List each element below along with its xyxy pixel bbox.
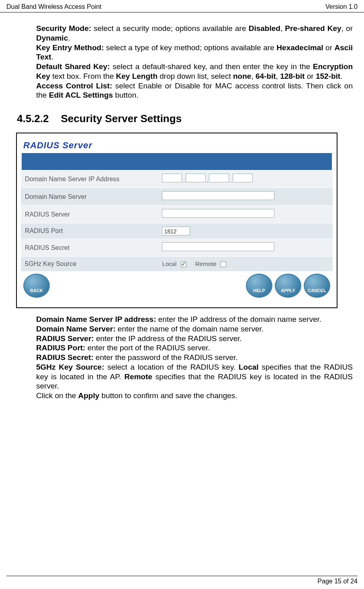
- section-title: Security Server Settings: [61, 112, 182, 125]
- label: RADIUS Port:: [36, 344, 85, 352]
- label-radius-port: RADIUS Port: [21, 223, 158, 239]
- row-dns-ip: Domain Name Server IP Address ...: [21, 170, 333, 188]
- text: .: [68, 34, 70, 42]
- button-row: BACK HELP APPLY CANCEL: [21, 271, 333, 298]
- para-security-mode: Security Mode: select a security mode; o…: [36, 24, 353, 43]
- para-dns-ip: Domain Name Server IP address: enter the…: [36, 315, 353, 324]
- text: or: [305, 72, 315, 80]
- local-label: Local: [162, 260, 176, 267]
- label: Default Shared Key:: [36, 62, 110, 71]
- row-dns: Domain Name Server: [21, 188, 333, 206]
- row-key-source: 5GHz Key Source Local Remote: [21, 257, 333, 272]
- dns-ip-octet-4[interactable]: [233, 174, 253, 182]
- opt: Disabled: [249, 24, 280, 33]
- opt: none: [233, 72, 251, 80]
- radius-secret-input[interactable]: [162, 242, 274, 251]
- label: Domain Name Server IP address:: [36, 315, 156, 323]
- value-dns-ip: ...: [158, 170, 333, 188]
- label-dns: Domain Name Server: [21, 188, 158, 206]
- label: Domain Name Server:: [36, 325, 115, 333]
- dns-ip-octet-3[interactable]: [209, 174, 229, 182]
- header-right: Version 1.0: [325, 3, 358, 10]
- radius-title: RADIUS Server: [23, 140, 333, 151]
- dot-icon: .: [229, 176, 232, 184]
- row-radius-secret: RADIUS Secret: [21, 239, 333, 257]
- help-button[interactable]: HELP: [246, 274, 272, 298]
- dot-icon: .: [182, 176, 185, 184]
- text: or: [323, 43, 335, 52]
- opt: Pre-shared Key: [285, 24, 341, 33]
- label-radius-server: RADIUS Server: [21, 206, 158, 223]
- para-key-source: 5GHz Key Source: select a location of th…: [36, 362, 353, 391]
- text: enter the port of the RADIUS server.: [85, 344, 210, 352]
- section-number: 4.5.2.2: [17, 112, 49, 125]
- dns-ip-octet-1[interactable]: [162, 174, 182, 182]
- radius-form: Domain Name Server IP Address ... Domain…: [21, 170, 333, 271]
- text: .: [340, 72, 342, 80]
- opt: Local: [239, 363, 259, 371]
- opt: Apply: [78, 391, 100, 400]
- page-header: Dual Band Wireless Access Point Version …: [0, 0, 364, 12]
- label: RADIUS Secret:: [36, 353, 94, 362]
- apply-button[interactable]: APPLY: [275, 274, 301, 298]
- section-heading: 4.5.2.2Security Server Settings: [17, 112, 353, 125]
- para-radius-port: RADIUS Port: enter the port of the RADIU…: [36, 343, 353, 353]
- opt: 152-bit: [316, 72, 340, 80]
- dot-icon: .: [206, 176, 209, 184]
- page-footer: Page 15 of 24: [6, 576, 358, 585]
- opt: Edit ACL Settings: [49, 91, 113, 99]
- text: select a default-shared key, and then en…: [110, 62, 313, 71]
- text: enter the IP address of the RADIUS serve…: [94, 334, 242, 343]
- text: Click on the: [36, 391, 78, 400]
- radius-server-input[interactable]: [162, 209, 274, 218]
- text: , or: [342, 24, 353, 33]
- text: enter the password of the RADIUS server.: [94, 353, 238, 362]
- para-apply: Click on the Apply button to confirm and…: [36, 391, 353, 401]
- radius-port-input[interactable]: 1812: [162, 227, 190, 235]
- label-radius-secret: RADIUS Secret: [21, 239, 158, 257]
- label-key-source: 5GHz Key Source: [21, 257, 158, 272]
- opt: Key Length: [116, 72, 157, 80]
- para-acl: Access Control List: select Enable or Di…: [36, 81, 353, 100]
- para-radius-server: RADIUS Server: enter the IP address of t…: [36, 334, 353, 344]
- text: drop down list, select: [157, 72, 233, 80]
- label: 5GHz Key Source:: [36, 363, 104, 371]
- opt: 128-bit: [280, 72, 305, 80]
- para-default-shared-key: Default Shared Key: select a default-sha…: [36, 62, 353, 81]
- text: ,: [280, 24, 285, 33]
- text: ,: [251, 72, 256, 80]
- remote-checkbox[interactable]: [221, 262, 226, 267]
- row-radius-server: RADIUS Server: [21, 206, 333, 223]
- local-checkbox[interactable]: [181, 262, 186, 267]
- row-radius-port: RADIUS Port 1812: [21, 223, 333, 239]
- button-group-right: HELP APPLY CANCEL: [246, 274, 330, 298]
- text: enter the IP address of the domain name …: [156, 315, 322, 323]
- page-number: Page 15 of 24: [317, 578, 358, 585]
- text: enter the name of the domain name server…: [115, 325, 264, 333]
- dns-input[interactable]: [162, 191, 274, 200]
- text: button.: [113, 91, 138, 99]
- radius-header-bar: [22, 153, 332, 170]
- text: button to confirm and save the changes.: [99, 391, 237, 400]
- cancel-button[interactable]: CANCEL: [304, 274, 330, 298]
- back-button[interactable]: BACK: [23, 274, 50, 298]
- header-left: Dual Band Wireless Access Point: [6, 3, 102, 10]
- text: select a location of the RADIUS key.: [104, 363, 238, 371]
- opt: Remote: [124, 372, 152, 381]
- para-dns: Domain Name Server: enter the name of th…: [36, 324, 353, 334]
- para-radius-secret: RADIUS Secret: enter the password of the…: [36, 353, 353, 362]
- label: Access Control List:: [36, 82, 112, 90]
- label: Key Entry Method:: [36, 43, 104, 52]
- label: Security Mode:: [36, 24, 91, 33]
- dns-ip-octet-2[interactable]: [186, 174, 206, 182]
- para-key-entry: Key Entry Method: select a type of key m…: [36, 43, 353, 62]
- label: RADIUS Server:: [36, 334, 94, 343]
- text: select a security mode; options availabl…: [91, 24, 249, 33]
- text: ,: [276, 72, 280, 80]
- text: text box. From the: [50, 72, 116, 80]
- opt: 64-bit: [256, 72, 276, 80]
- text: select a type of key method; options ava…: [104, 43, 276, 52]
- remote-label: Remote: [195, 260, 217, 267]
- opt: Hexadecimal: [276, 43, 323, 52]
- page-content: Security Mode: select a security mode; o…: [0, 12, 364, 401]
